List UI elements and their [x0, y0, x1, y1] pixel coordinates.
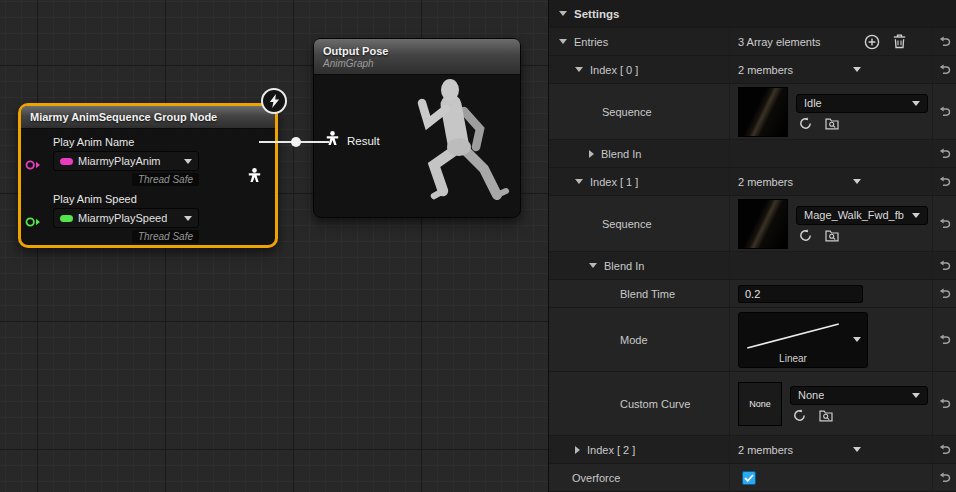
custom-curve-thumbnail[interactable]: None [738, 382, 782, 426]
play-anim-speed-dropdown[interactable]: MiarmyPlaySpeed [53, 208, 199, 228]
sequence-row[interactable]: Sequence Mage_Walk_Fwd_fb [549, 196, 956, 252]
element-options-chevron-icon[interactable] [853, 179, 861, 184]
sequence-thumbnail[interactable] [738, 87, 788, 137]
browse-to-asset-button[interactable] [825, 117, 839, 130]
play-anim-speed-pin-row: Play Anim Speed MiarmyPlaySpeed Thread S… [53, 193, 199, 243]
lightning-icon [268, 93, 281, 109]
reset-to-default-button[interactable] [939, 398, 951, 409]
index-1-label: Index [ 1 ] [590, 176, 638, 188]
entries-row[interactable]: Entries 3 Array elements [549, 28, 956, 56]
entries-expander-icon[interactable] [559, 39, 567, 44]
reset-arrow-icon [939, 288, 951, 299]
fast-path-badge [261, 88, 287, 114]
delete-array-elements-button[interactable] [893, 34, 906, 49]
thread-safe-tag: Thread Safe [132, 230, 199, 243]
use-selected-asset-button[interactable] [793, 409, 806, 422]
reset-to-default-button[interactable] [939, 260, 951, 271]
browse-to-asset-button[interactable] [825, 229, 839, 242]
name-property-pill-icon [60, 158, 73, 165]
members-count: 2 members [738, 444, 793, 456]
play-anim-name-dropdown[interactable]: MiarmyPlayAnim [53, 151, 199, 171]
sequence-label: Sequence [602, 218, 652, 230]
play-anim-speed-pin[interactable] [25, 214, 41, 232]
index-1-expander-icon[interactable] [575, 179, 583, 184]
settings-expander-icon[interactable] [559, 11, 567, 16]
index-2-row[interactable]: Index [ 2 ] 2 members [549, 436, 956, 464]
reset-to-default-button[interactable] [939, 472, 951, 483]
overforce-label: Overforce [572, 472, 620, 484]
chevron-down-icon [912, 213, 920, 218]
entries-label: Entries [574, 36, 608, 48]
add-array-element-button[interactable] [864, 34, 880, 50]
output-pose-header[interactable]: Output Pose AnimGraph [314, 39, 520, 75]
custom-curve-value: None [798, 389, 824, 401]
play-anim-speed-label: Play Anim Speed [53, 193, 199, 205]
custom-curve-dropdown[interactable]: None [790, 386, 928, 405]
element-options-chevron-icon[interactable] [853, 447, 861, 452]
play-anim-name-pin[interactable] [25, 157, 41, 175]
browse-to-asset-button[interactable] [819, 409, 833, 422]
settings-header-row[interactable]: Settings [549, 0, 956, 28]
pose-output-pin[interactable] [248, 168, 261, 187]
anim-blueprint-editor: Miarmy AnimSequence Group Node Play Anim… [0, 0, 956, 492]
blend-time-row[interactable]: Blend Time 0.2 [549, 280, 956, 308]
index-0-expander-icon[interactable] [575, 67, 583, 72]
reset-to-default-button[interactable] [939, 334, 951, 345]
reset-to-default-button[interactable] [939, 176, 951, 187]
index-2-label: Index [ 2 ] [587, 444, 635, 456]
reset-to-default-button[interactable] [939, 64, 951, 75]
blend-mode-dropdown[interactable]: Linear [738, 312, 868, 368]
overforce-checkbox[interactable] [742, 471, 756, 485]
blend-in-expander-icon[interactable] [589, 263, 597, 268]
output-pose-title: Output Pose [323, 45, 511, 57]
reset-arrow-icon [939, 64, 951, 75]
miarmy-animsequence-node[interactable]: Miarmy AnimSequence Group Node Play Anim… [18, 103, 278, 248]
use-selected-asset-button[interactable] [799, 117, 812, 130]
blend-mode-label: Mode [620, 334, 648, 346]
reset-to-default-button[interactable] [939, 36, 951, 47]
sequence-asset-dropdown[interactable]: Mage_Walk_Fwd_fb [796, 206, 928, 225]
person-icon [326, 131, 339, 146]
blend-in-row[interactable]: Blend In [549, 140, 956, 168]
custom-curve-row[interactable]: Custom Curve None None [549, 372, 956, 436]
sequence-label: Sequence [602, 106, 652, 118]
reset-to-default-button[interactable] [939, 444, 951, 455]
reset-arrow-icon [939, 36, 951, 47]
blend-in-row[interactable]: Blend In [549, 252, 956, 280]
blend-time-value: 0.2 [745, 288, 760, 300]
speed-property-pill-icon [60, 215, 73, 222]
overforce-row[interactable]: Overforce [549, 464, 956, 492]
index-0-row[interactable]: Index [ 0 ] 2 members [549, 56, 956, 84]
element-options-chevron-icon[interactable] [853, 67, 861, 72]
browse-folder-icon [825, 117, 839, 130]
blend-in-expander-icon[interactable] [589, 150, 594, 158]
reset-arrow-icon [939, 218, 951, 229]
play-anim-name-label: Play Anim Name [53, 136, 199, 148]
blend-time-input[interactable]: 0.2 [738, 285, 863, 303]
reset-arrow-icon [939, 260, 951, 271]
sequence-row[interactable]: Sequence Idle [549, 84, 956, 140]
reset-arrow-icon [939, 334, 951, 345]
index-1-row[interactable]: Index [ 1 ] 2 members [549, 168, 956, 196]
index-2-expander-icon[interactable] [575, 446, 580, 454]
output-pose-subtitle: AnimGraph [323, 58, 511, 69]
miarmy-node-header[interactable]: Miarmy AnimSequence Group Node [21, 106, 275, 129]
reset-to-default-button[interactable] [939, 106, 951, 117]
chevron-down-icon [853, 337, 861, 342]
reset-to-default-button[interactable] [939, 148, 951, 159]
sequence-thumbnail[interactable] [738, 199, 788, 249]
graph-canvas[interactable]: Miarmy AnimSequence Group Node Play Anim… [0, 0, 548, 492]
character-preview-mannequin [398, 77, 516, 215]
play-anim-speed-value: MiarmyPlaySpeed [78, 212, 167, 224]
array-elements-count: 3 Array elements [738, 36, 821, 48]
output-pose-node[interactable]: Output Pose AnimGraph Result [313, 38, 521, 218]
chevron-down-icon [912, 101, 920, 106]
sequence-asset-dropdown[interactable]: Idle [796, 94, 928, 113]
reset-to-default-button[interactable] [939, 288, 951, 299]
use-selected-icon [799, 117, 812, 130]
use-selected-icon [793, 409, 806, 422]
blend-mode-value: Linear [779, 353, 807, 364]
reset-to-default-button[interactable] [939, 218, 951, 229]
blend-mode-row[interactable]: Mode Linear [549, 308, 956, 372]
use-selected-asset-button[interactable] [799, 229, 812, 242]
